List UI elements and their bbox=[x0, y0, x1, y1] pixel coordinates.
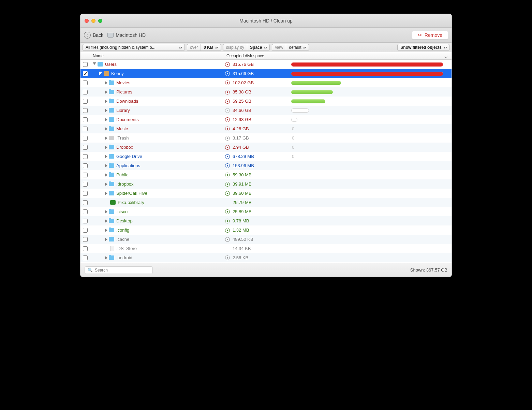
table-row[interactable]: Pictures85.38 GB bbox=[80, 87, 452, 97]
row-checkbox[interactable] bbox=[83, 108, 88, 113]
target-icon[interactable] bbox=[225, 154, 230, 159]
target-icon[interactable] bbox=[225, 127, 230, 131]
disclosure-triangle-icon[interactable] bbox=[105, 100, 107, 103]
disclosure-triangle-icon[interactable] bbox=[99, 72, 102, 76]
disclosure-triangle-icon[interactable] bbox=[105, 164, 107, 167]
view-select[interactable]: view default ▴▾ bbox=[272, 44, 309, 51]
row-checkbox[interactable] bbox=[83, 173, 88, 177]
disclosure-triangle-icon[interactable] bbox=[105, 173, 107, 177]
table-row[interactable]: Music4.26 GB0 bbox=[80, 124, 452, 133]
breadcrumb[interactable]: Macintosh HD bbox=[116, 32, 146, 38]
row-checkbox[interactable] bbox=[83, 90, 88, 94]
table-row[interactable]: Users315.76 GB bbox=[80, 60, 452, 69]
row-checkbox[interactable] bbox=[83, 182, 88, 187]
target-icon[interactable] bbox=[225, 117, 230, 122]
disclosure-triangle-icon[interactable] bbox=[105, 118, 107, 121]
table-row[interactable]: Applications153.96 MB bbox=[80, 161, 452, 170]
display-by-select[interactable]: display by Space ▴▾ bbox=[223, 44, 270, 51]
target-icon[interactable] bbox=[225, 145, 230, 150]
target-icon[interactable] bbox=[225, 80, 230, 85]
target-icon[interactable] bbox=[225, 108, 230, 113]
row-checkbox[interactable] bbox=[83, 99, 88, 104]
row-checkbox[interactable] bbox=[83, 145, 88, 150]
target-icon[interactable] bbox=[225, 136, 230, 141]
remove-button[interactable]: ✂ Remove bbox=[412, 31, 448, 40]
table-row[interactable]: Library34.66 GB bbox=[80, 106, 452, 115]
column-space[interactable]: Occupied disk space ﹀ bbox=[223, 54, 452, 58]
disclosure-triangle-icon[interactable] bbox=[105, 210, 107, 214]
table-row[interactable]: SpiderOak Hive39.60 MB bbox=[80, 189, 452, 198]
disclosure-triangle-icon[interactable] bbox=[105, 192, 107, 195]
table-row[interactable]: Pixa.pxlibrary29.79 MB bbox=[80, 198, 452, 207]
row-checkbox[interactable] bbox=[83, 154, 88, 159]
table-row[interactable]: Google Drive678.29 MB0 bbox=[80, 152, 452, 161]
row-checkbox[interactable] bbox=[83, 219, 88, 223]
target-icon[interactable] bbox=[225, 228, 230, 233]
target-icon[interactable] bbox=[225, 237, 230, 242]
table-row[interactable]: Kenny315.66 GB bbox=[80, 69, 452, 78]
target-icon[interactable] bbox=[225, 62, 230, 67]
target-icon[interactable] bbox=[225, 71, 230, 76]
table-row[interactable]: .cisco25.89 MB bbox=[80, 207, 452, 216]
row-checkbox[interactable] bbox=[83, 209, 88, 214]
disclosure-triangle-icon[interactable] bbox=[105, 182, 107, 186]
disclosure-triangle-icon[interactable] bbox=[105, 90, 107, 94]
target-icon[interactable] bbox=[225, 173, 230, 177]
row-checkbox[interactable] bbox=[83, 246, 88, 251]
table-row[interactable]: Dropbox2.94 GB0 bbox=[80, 143, 452, 152]
row-checkbox[interactable] bbox=[83, 228, 88, 233]
table-row[interactable]: .Trash3.17 GB0 bbox=[80, 133, 452, 143]
row-checkbox[interactable] bbox=[83, 237, 88, 242]
table-row[interactable]: Desktop9.78 MB bbox=[80, 216, 452, 225]
table-row[interactable]: .dropbox39.91 MB bbox=[80, 179, 452, 189]
row-checkbox[interactable] bbox=[83, 62, 88, 67]
target-icon[interactable] bbox=[225, 191, 230, 196]
filter-select[interactable]: All files (including hidden & system o..… bbox=[83, 44, 185, 51]
table-row[interactable]: .DS_Store14.34 KB bbox=[80, 244, 452, 253]
row-size: 59.30 MB bbox=[233, 172, 252, 177]
row-checkbox[interactable] bbox=[83, 191, 88, 196]
table-row[interactable]: .android2.56 KB bbox=[80, 253, 452, 262]
disclosure-triangle-icon[interactable] bbox=[105, 155, 107, 158]
row-checkbox[interactable] bbox=[83, 127, 88, 131]
target-icon[interactable] bbox=[225, 163, 230, 168]
disclosure-triangle-icon[interactable] bbox=[105, 146, 107, 149]
disclosure-triangle-icon[interactable] bbox=[105, 81, 107, 85]
target-icon[interactable] bbox=[225, 209, 230, 214]
column-name[interactable]: Name bbox=[90, 54, 223, 58]
search-input[interactable]: 🔍 bbox=[85, 266, 153, 274]
table-row[interactable]: .cache489.50 KB bbox=[80, 235, 452, 244]
search-field[interactable] bbox=[95, 268, 150, 273]
table-row[interactable]: Documents12.93 GB bbox=[80, 115, 452, 124]
target-icon[interactable] bbox=[225, 219, 230, 223]
target-icon[interactable] bbox=[225, 255, 230, 260]
disclosure-triangle-icon[interactable] bbox=[105, 127, 107, 131]
disclosure-triangle-icon[interactable] bbox=[105, 109, 107, 112]
row-checkbox[interactable] bbox=[83, 163, 88, 168]
over-select[interactable]: over 0 KB ▴▾ bbox=[187, 44, 221, 51]
disclosure-triangle-icon[interactable] bbox=[105, 229, 107, 232]
table-row[interactable]: Public59.30 MB bbox=[80, 170, 452, 179]
row-checkbox[interactable] bbox=[83, 71, 88, 76]
back-button[interactable]: Back bbox=[93, 32, 103, 38]
disclosure-triangle-icon bbox=[105, 247, 109, 250]
target-icon[interactable] bbox=[225, 182, 230, 187]
disclosure-triangle-icon[interactable] bbox=[105, 219, 107, 223]
row-checkbox[interactable] bbox=[83, 80, 88, 85]
table-row[interactable]: .config1.32 MB bbox=[80, 225, 452, 235]
target-icon[interactable] bbox=[225, 99, 230, 104]
disclosure-triangle-icon[interactable] bbox=[105, 238, 107, 241]
target-icon[interactable] bbox=[225, 90, 230, 94]
show-filtered-button[interactable]: Show filtered objects ▴▾ bbox=[397, 44, 449, 51]
disclosure-triangle-icon[interactable] bbox=[93, 62, 96, 67]
back-icon[interactable]: ‹ bbox=[84, 32, 91, 39]
row-checkbox[interactable] bbox=[83, 117, 88, 122]
row-checkbox[interactable] bbox=[83, 255, 88, 260]
disclosure-triangle-icon[interactable] bbox=[105, 256, 107, 260]
table-row[interactable]: Downloads69.25 GB bbox=[80, 97, 452, 106]
titlebar[interactable]: Macintosh HD / Clean up bbox=[80, 14, 452, 28]
table-row[interactable]: Movies102.02 GB bbox=[80, 78, 452, 87]
row-checkbox[interactable] bbox=[83, 136, 88, 141]
row-checkbox[interactable] bbox=[83, 200, 88, 205]
disclosure-triangle-icon[interactable] bbox=[105, 136, 107, 140]
